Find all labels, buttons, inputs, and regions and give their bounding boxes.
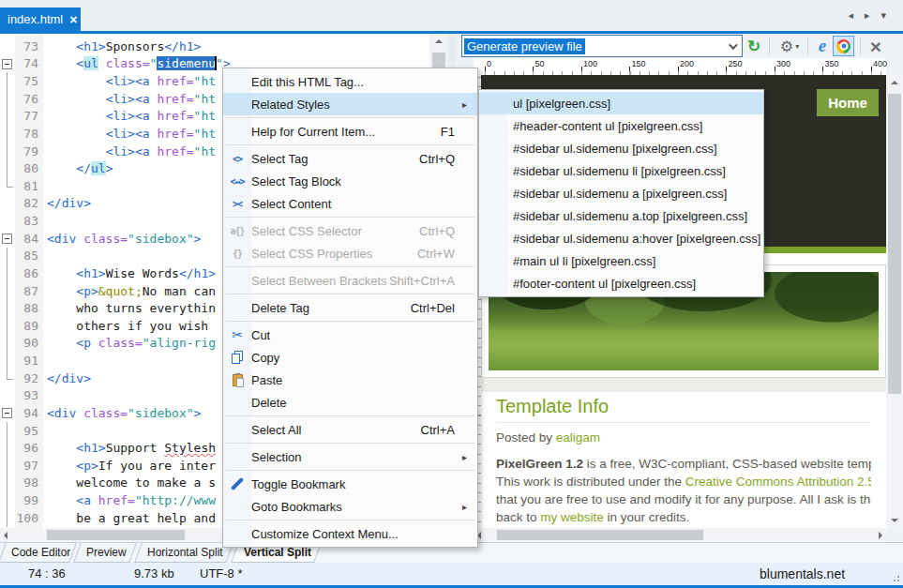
code-token: class= bbox=[98, 336, 143, 350]
context-menu-item[interactable]: Help for Current Item...F1 bbox=[223, 120, 477, 143]
submenu-item[interactable]: #main ul li [pixelgreen.css] bbox=[479, 249, 763, 272]
menu-item-label: Selection bbox=[251, 450, 455, 464]
context-menu-item[interactable]: <>Select TagCtrl+Q bbox=[223, 147, 477, 170]
code-token: "http://www bbox=[135, 493, 216, 507]
scroll-down-icon[interactable] bbox=[891, 519, 898, 522]
menu-item-label: Select Tag bbox=[251, 152, 419, 166]
tab-scroll-right-icon[interactable]: ▸ bbox=[865, 9, 870, 22]
context-menu-item[interactable]: Delete TagCtrl+Del bbox=[223, 296, 477, 319]
fold-margin-mark bbox=[0, 439, 15, 457]
menu-item-shortcut: Ctrl+Del bbox=[411, 301, 462, 315]
code-text: <p>&quot;No man can bbox=[43, 284, 216, 298]
context-menu-item[interactable]: Customize Context Menu... bbox=[223, 522, 477, 545]
open-in-ie-button[interactable]: e bbox=[813, 37, 832, 55]
submenu-item[interactable]: ul [pixelgreen.css] bbox=[479, 92, 763, 114]
tab-list-icon[interactable]: ▾ bbox=[880, 9, 886, 22]
text-link[interactable]: Creative Commons Attribution 2.5 License… bbox=[685, 475, 871, 489]
context-menu-item[interactable]: Selection▸ bbox=[223, 445, 477, 468]
code-line[interactable]: 73 <h1>Sponsors</h1> bbox=[0, 38, 429, 55]
fold-margin-mark bbox=[0, 475, 15, 492]
scroll-left-icon[interactable] bbox=[4, 532, 8, 539]
fold-toggle-icon[interactable] bbox=[0, 404, 15, 422]
code-token: class= bbox=[106, 56, 150, 70]
tab-index-html[interactable]: index.html × bbox=[0, 8, 81, 31]
code-token: &quot; bbox=[98, 284, 143, 298]
submenu-item[interactable]: #sidebar ul.sidemenu a.top [pixelgreen.c… bbox=[479, 204, 763, 227]
refresh-preview-button[interactable]: ↻ bbox=[744, 37, 764, 55]
context-menu-item[interactable]: Paste bbox=[223, 369, 477, 391]
fold-toggle-icon[interactable] bbox=[0, 230, 15, 248]
view-tab-label: Code Editor bbox=[11, 546, 70, 559]
text-span: PixelGreen 1.2 bbox=[496, 457, 583, 471]
submenu-item[interactable]: #sidebar ul.sidemenu a:hover [pixelgreen… bbox=[479, 227, 763, 249]
text-line: Posted by ealigam bbox=[496, 429, 871, 446]
context-menu-item[interactable]: ✂Cut bbox=[223, 324, 477, 346]
preview-settings-button[interactable]: ⚙▾ bbox=[775, 37, 804, 55]
submenu-item[interactable]: #header-content ul [pixelgreen.css] bbox=[479, 114, 763, 137]
resize-grip-icon[interactable] bbox=[889, 571, 901, 583]
line-number: 96 bbox=[15, 441, 43, 455]
close-preview-button[interactable]: × bbox=[865, 37, 886, 55]
select-content-icon: >< bbox=[223, 199, 251, 209]
preview-vertical-scrollbar[interactable] bbox=[886, 75, 903, 528]
page-nav-home[interactable]: Home bbox=[817, 89, 879, 116]
scroll-up-icon[interactable] bbox=[435, 39, 443, 43]
ie-browser-icon: e bbox=[819, 36, 826, 56]
context-menu-item[interactable]: Copy bbox=[223, 346, 477, 369]
text-span: This work is distributed under the bbox=[496, 475, 685, 489]
view-tab-label: Horizontal Split bbox=[147, 546, 223, 559]
line-number: 88 bbox=[15, 301, 43, 315]
tab-label: index.html bbox=[8, 12, 63, 26]
brand-link[interactable]: blumentals.net bbox=[760, 566, 845, 581]
context-menu-item[interactable]: Edit this HTML Tag... bbox=[223, 70, 477, 93]
context-menu-item[interactable]: Related Styles▸ bbox=[223, 93, 477, 115]
line-number: 76 bbox=[15, 92, 43, 106]
context-menu-item[interactable]: ><Select Content bbox=[223, 192, 477, 215]
code-token bbox=[47, 441, 76, 455]
code-text: others if you wish bbox=[43, 319, 208, 333]
open-in-chrome-button[interactable] bbox=[833, 36, 854, 56]
submenu-item[interactable]: #sidebar ul.sidemenu li [pixelgreen.css] bbox=[479, 159, 763, 182]
fold-margin-mark bbox=[0, 159, 15, 177]
menu-separator bbox=[226, 321, 474, 322]
code-token: "ht bbox=[194, 109, 216, 123]
menu-item-label: Select Tag Block bbox=[251, 174, 455, 188]
fold-toggle-icon[interactable] bbox=[0, 55, 15, 73]
line-number: 90 bbox=[15, 336, 43, 350]
scrollbar-thumb[interactable] bbox=[47, 530, 185, 540]
scrollbar-thumb[interactable] bbox=[888, 94, 901, 394]
context-menu-item[interactable]: Delete bbox=[223, 391, 477, 414]
code-token: > bbox=[194, 232, 202, 246]
preview-file-combobox[interactable]: Generate preview file bbox=[461, 35, 743, 57]
context-menu-item[interactable]: Goto Bookmarks▸ bbox=[223, 495, 477, 518]
preview-horizontal-scrollbar[interactable] bbox=[474, 528, 886, 542]
tab-scroll-left-icon[interactable]: ◂ bbox=[848, 9, 853, 22]
submenu-arrow-icon: ▸ bbox=[462, 502, 477, 512]
submenu-item[interactable]: #sidebar ul.sidemenu a [pixelgreen.css] bbox=[479, 182, 763, 204]
scroll-right-icon[interactable] bbox=[879, 532, 882, 539]
code-token: > bbox=[194, 406, 202, 420]
context-menu-item[interactable]: Toggle Bookmark bbox=[223, 473, 477, 495]
code-token bbox=[47, 144, 106, 158]
submenu-item[interactable]: #sidebar ul.sidemenu [pixelgreen.css] bbox=[479, 137, 763, 159]
menu-item-shortcut: Ctrl+A bbox=[421, 423, 462, 437]
fold-margin-mark bbox=[0, 125, 15, 143]
scroll-up-icon[interactable] bbox=[891, 81, 898, 84]
template-info-title: Template Info bbox=[496, 396, 871, 416]
code-token: </ bbox=[76, 161, 91, 175]
tab-close-icon[interactable]: × bbox=[69, 13, 77, 26]
context-menu-item[interactable]: Select AllCtrl+A bbox=[223, 418, 477, 441]
tab-scroll-controls: ◂ ▸ ▾ bbox=[848, 9, 886, 22]
close-icon: × bbox=[870, 37, 881, 56]
submenu-item[interactable]: #footer-content ul [pixelgreen.css] bbox=[479, 272, 763, 294]
css-properties-glyph: {} bbox=[233, 249, 242, 259]
text-link[interactable]: my website bbox=[540, 510, 604, 524]
fold-margin-mark bbox=[0, 195, 15, 213]
text-link[interactable]: ealigam bbox=[556, 430, 600, 445]
submenu-arrow-icon: ▸ bbox=[462, 452, 477, 462]
menu-item-label: Customize Context Menu... bbox=[251, 527, 455, 541]
context-menu-item[interactable]: <↔>Select Tag Block bbox=[223, 170, 477, 192]
chevron-down-icon[interactable] bbox=[729, 40, 738, 50]
scrollbar-thumb[interactable] bbox=[497, 530, 703, 540]
code-text: <p class="align-rig bbox=[43, 336, 216, 350]
